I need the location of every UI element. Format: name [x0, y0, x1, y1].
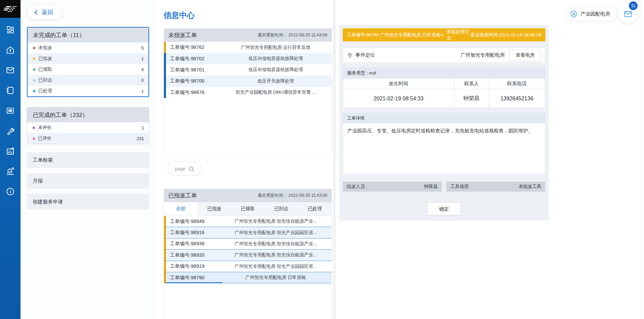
- status-row-rated[interactable]: 已评价 231: [27, 133, 149, 144]
- order-banner-title: 工单编号:98790 广州智光专用配电房 日常巡检: [347, 32, 440, 38]
- status-dot-amber: [33, 58, 35, 60]
- notifications: 11: [618, 4, 638, 24]
- work-order-row[interactable]: 工单编号:98762 广州智光专用配电房 运行异常反馈: [164, 42, 332, 53]
- info-icon[interactable]: [6, 187, 15, 196]
- detail-footer: 确定: [343, 197, 545, 215]
- back-button[interactable]: 返回: [27, 5, 62, 20]
- confirm-button[interactable]: 确定: [427, 202, 461, 215]
- assigned-tabs: 全部 已指派 已领取 已到达 已处理: [164, 202, 332, 216]
- unassigned-orders-panel: 未指派工单 最后更新时间： 2022-08-25 11:43:08 工单编号:9…: [164, 28, 332, 154]
- view-log-link[interactable]: 查看处理日志: [440, 29, 471, 41]
- status-dot-purple: [33, 127, 35, 129]
- status-dot-blue: [33, 90, 35, 92]
- col-contact: 联系人: [454, 78, 488, 89]
- work-order-row[interactable]: 工单编号:98933 广州智光专用配电房 智光综合能源产业...: [164, 250, 332, 261]
- back-label: 返回: [42, 8, 53, 16]
- status-row-arrived[interactable]: 已到达 0: [28, 75, 148, 86]
- assignee-pill[interactable]: 指派人员 钟荣昌: [343, 182, 442, 192]
- assigned-panel-title: 已指派工单: [168, 192, 197, 199]
- tab-all[interactable]: 全部: [164, 202, 198, 216]
- unassigned-panel-updated: 最后更新时间： 2022-08-25 11:43:08: [258, 32, 327, 38]
- event-location-value: 广州智光专用配电房: [461, 52, 505, 58]
- order-details-label: 工单详情: [343, 113, 545, 123]
- assigned-panel-updated: 最后更新时间： 2022-08-25 11:43:08: [258, 193, 327, 198]
- trend-up-icon[interactable]: [6, 167, 15, 176]
- unassigned-panel-title: 未指派工单: [168, 31, 197, 39]
- brand-logo-icon: [4, 3, 17, 15]
- work-order-row[interactable]: 工单编号:98938 广州智光专用配电房 智光综合能源产业...: [164, 238, 332, 250]
- page-title: 信息中心: [164, 10, 195, 21]
- notebook-icon[interactable]: [6, 86, 15, 95]
- finished-orders-card: 已完成的工单（232） 未评价 1 已评价 231: [27, 107, 149, 144]
- tools-pill[interactable]: 工具领用 未指派工具: [446, 182, 545, 192]
- work-order-row[interactable]: 工单编号:98919 广州智光专用配电房 智光产业园园区巡...: [164, 261, 332, 272]
- sidebar: [0, 0, 21, 319]
- status-row-unrated[interactable]: 未评价 1: [27, 122, 149, 133]
- scrollbar-track[interactable]: [333, 0, 336, 319]
- col-phone: 联系电话: [488, 78, 545, 89]
- status-row-processed[interactable]: 已处理 1: [28, 86, 148, 96]
- work-order-row-selected[interactable]: 工单编号:98790 广州智光专用配电房 日常巡检: [164, 272, 332, 283]
- tab-assigned[interactable]: 已指派: [198, 202, 231, 216]
- mail-badge: 11: [629, 1, 638, 10]
- page-edge-divider: [641, 0, 642, 319]
- home-energy-icon[interactable]: [6, 45, 15, 55]
- assignment-pills: 指派人员 钟荣昌 工具领用 未指派工具: [343, 182, 545, 192]
- tab-arrived[interactable]: 已到达: [265, 202, 298, 216]
- page-search-button[interactable]: page: [168, 162, 201, 176]
- event-location-label: 事件定位: [355, 52, 375, 58]
- monthly-report-button[interactable]: 月报: [27, 173, 149, 189]
- chevron-down-icon: [440, 33, 444, 37]
- assigned-orders-panel: 已指派工单 最后更新时间： 2022-08-25 11:43:08 全部 已指派…: [164, 189, 332, 319]
- user-name: 产业园配电房: [581, 11, 610, 17]
- unfinished-orders-card: 未完成的工单（11） 未指派 5 已指派 1 已领取 4 已到达 0 已处理 1: [27, 27, 149, 97]
- occur-time-value: 2021-02-19 08:54:33: [343, 89, 454, 108]
- work-order-row[interactable]: 工单编号:98916 广州智光专用配电房 智光产业园园区巡...: [164, 227, 332, 238]
- phone-value: 13926452136: [488, 89, 545, 108]
- work-order-row[interactable]: 工单编号:98676 智光产业园配电房 DMU通信异常告警 ...: [164, 87, 332, 98]
- user-icon: [570, 10, 578, 18]
- work-order-row[interactable]: 工单编号:98702 低压补偿电容器组故障处理: [164, 53, 332, 64]
- list-icon[interactable]: [6, 106, 15, 115]
- search-icon: [189, 166, 194, 172]
- order-detail-panel: 工单编号:98790 广州智光专用配电房 日常巡检 查看处理日志 最后更新时间:…: [339, 25, 549, 221]
- event-info-row: 2021-02-19 08:54:33 钟荣昌 13926452136: [343, 89, 545, 108]
- status-dot-green: [33, 68, 35, 71]
- event-info-table: 发生时间 联系人 联系电话 2021-02-19 08:54:33 钟荣昌 13…: [343, 78, 545, 108]
- work-order-row[interactable]: 工单编号:98700 低压开关故障处理: [164, 75, 332, 87]
- status-row-claimed[interactable]: 已领取 4: [28, 64, 148, 75]
- chevron-left-icon: [33, 10, 39, 15]
- create-service-request-button[interactable]: 创建服务申请: [27, 194, 149, 210]
- status-dot-red: [33, 47, 35, 49]
- tab-claimed[interactable]: 已领取: [231, 202, 265, 216]
- chart-report-icon[interactable]: [6, 147, 15, 156]
- wrench-icon[interactable]: [6, 126, 15, 135]
- order-search-button[interactable]: 工单检索: [27, 152, 149, 168]
- user-account-button[interactable]: 产业园配电房: [565, 7, 617, 21]
- unassigned-panel-header: 未指派工单 最后更新时间： 2022-08-25 11:43:08: [164, 29, 332, 42]
- app-logo: [0, 0, 21, 18]
- status-row-unassigned[interactable]: 未指派 5: [28, 42, 148, 53]
- finished-card-title: 已完成的工单（232）: [27, 107, 149, 122]
- status-dot-sky: [33, 79, 35, 82]
- message-center-column: 信息中心 未指派工单 最后更新时间： 2022-08-25 11:43:08 工…: [164, 0, 332, 319]
- status-row-assigned[interactable]: 已指派 1: [28, 53, 148, 64]
- mail-icon: [623, 9, 633, 19]
- left-nav-panel: 返回 未完成的工单（11） 未指派 5 已指派 1 已领取 4 已到达 0 已处…: [21, 0, 155, 319]
- service-type-bar: 服务类型 : null: [343, 67, 545, 78]
- status-dot-pink: [33, 137, 35, 140]
- mail-icon[interactable]: [6, 66, 15, 75]
- assigned-panel-header: 已指派工单 最后更新时间： 2022-08-25 11:43:08: [164, 189, 332, 202]
- order-details-content: 产业园高压、专变、低压电房定时巡检检查记录，充电桩充电站巡视检查，园区维护。: [343, 123, 545, 174]
- col-occur-time: 发生时间: [343, 78, 454, 89]
- tab-processed[interactable]: 已处理: [298, 202, 332, 216]
- unfinished-card-title: 未完成的工单（11）: [28, 28, 148, 42]
- work-order-row[interactable]: 工单编号:98701 低压补偿电容器组故障处理: [164, 64, 332, 75]
- work-order-row[interactable]: 工单编号:98949 广州智光专用配电房 智光综合能源产业...: [164, 216, 332, 227]
- event-location-row: 事件定位 广州智光专用配电房 查看电房: [343, 47, 545, 63]
- order-banner: 工单编号:98790 广州智光专用配电房 日常巡检 查看处理日志 最后更新时间:…: [343, 28, 545, 41]
- order-banner-updated: 最后更新时间:2021-02-19 08:55:08: [471, 32, 541, 38]
- apps-icon[interactable]: [6, 25, 15, 34]
- contact-value: 钟荣昌: [454, 89, 488, 108]
- view-room-button[interactable]: 查看电房: [509, 50, 541, 61]
